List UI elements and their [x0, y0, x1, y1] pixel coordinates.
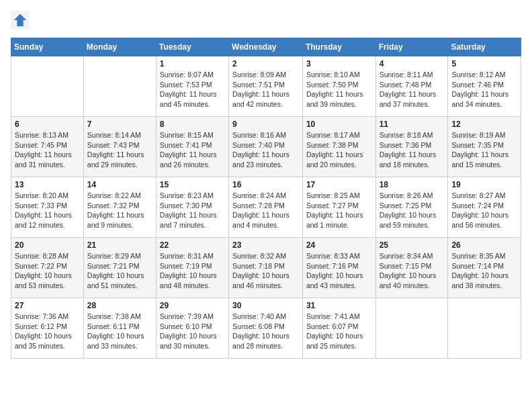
day-number: 6: [15, 120, 80, 129]
day-info: Sunrise: 8:09 AMSunset: 7:51 PMDaylight:…: [232, 70, 299, 109]
calendar-cell: 11Sunrise: 8:18 AMSunset: 7:36 PMDayligh…: [375, 117, 448, 177]
calendar-cell: 1Sunrise: 8:07 AMSunset: 7:53 PMDaylight…: [156, 56, 228, 117]
day-info: Sunrise: 8:07 AMSunset: 7:53 PMDaylight:…: [160, 70, 225, 109]
day-info: Sunrise: 8:32 AMSunset: 7:18 PMDaylight:…: [232, 251, 299, 291]
day-number: 16: [232, 180, 299, 189]
calendar-week-1: 1Sunrise: 8:07 AMSunset: 7:53 PMDaylight…: [11, 56, 521, 117]
day-info: Sunrise: 8:17 AMSunset: 7:38 PMDaylight:…: [306, 130, 372, 170]
calendar-week-4: 20Sunrise: 8:28 AMSunset: 7:22 PMDayligh…: [11, 238, 521, 298]
header-saturday: Saturday: [448, 38, 521, 56]
day-number: 10: [306, 120, 372, 129]
calendar-cell: [83, 56, 156, 117]
day-number: 30: [232, 301, 299, 310]
calendar-cell: 14Sunrise: 8:22 AMSunset: 7:32 PMDayligh…: [83, 177, 156, 238]
day-info: Sunrise: 7:41 AMSunset: 6:07 PMDaylight:…: [306, 312, 372, 351]
header-friday: Friday: [375, 38, 448, 56]
header-monday: Monday: [83, 38, 156, 56]
day-number: 12: [451, 120, 517, 129]
day-number: 1: [160, 59, 225, 68]
day-info: Sunrise: 8:25 AMSunset: 7:27 PMDaylight:…: [306, 191, 372, 230]
day-number: 27: [15, 301, 80, 310]
calendar-cell: 12Sunrise: 8:19 AMSunset: 7:35 PMDayligh…: [448, 117, 521, 177]
day-number: 21: [87, 240, 152, 250]
calendar-cell: 21Sunrise: 8:29 AMSunset: 7:21 PMDayligh…: [83, 238, 156, 298]
day-info: Sunrise: 7:40 AMSunset: 6:08 PMDaylight:…: [232, 312, 299, 351]
calendar-cell: 25Sunrise: 8:34 AMSunset: 7:15 PMDayligh…: [375, 238, 448, 298]
day-info: Sunrise: 8:23 AMSunset: 7:30 PMDaylight:…: [160, 191, 225, 230]
day-number: 15: [160, 180, 225, 189]
day-info: Sunrise: 8:22 AMSunset: 7:32 PMDaylight:…: [87, 191, 152, 230]
calendar-cell: 29Sunrise: 7:39 AMSunset: 6:10 PMDayligh…: [156, 298, 228, 359]
day-info: Sunrise: 8:31 AMSunset: 7:19 PMDaylight:…: [160, 251, 225, 291]
day-number: 3: [306, 59, 372, 68]
calendar-cell: 8Sunrise: 8:15 AMSunset: 7:41 PMDaylight…: [156, 117, 228, 177]
day-number: 14: [87, 180, 152, 189]
day-number: 4: [380, 59, 445, 68]
day-info: Sunrise: 8:16 AMSunset: 7:40 PMDaylight:…: [232, 130, 299, 170]
calendar-cell: 30Sunrise: 7:40 AMSunset: 6:08 PMDayligh…: [229, 298, 303, 359]
calendar-cell: 4Sunrise: 8:11 AMSunset: 7:48 PMDaylight…: [375, 56, 448, 117]
day-number: 11: [380, 120, 445, 129]
calendar-week-3: 13Sunrise: 8:20 AMSunset: 7:33 PMDayligh…: [11, 177, 521, 238]
day-info: Sunrise: 8:12 AMSunset: 7:46 PMDaylight:…: [451, 70, 517, 109]
day-number: 24: [306, 240, 372, 250]
day-info: Sunrise: 8:34 AMSunset: 7:15 PMDaylight:…: [380, 251, 445, 291]
calendar-cell: 31Sunrise: 7:41 AMSunset: 6:07 PMDayligh…: [302, 298, 375, 359]
day-info: Sunrise: 8:14 AMSunset: 7:43 PMDaylight:…: [87, 130, 152, 170]
day-number: 29: [160, 301, 225, 310]
day-number: 19: [451, 180, 517, 189]
day-info: Sunrise: 8:24 AMSunset: 7:28 PMDaylight:…: [232, 191, 299, 230]
calendar-cell: 17Sunrise: 8:25 AMSunset: 7:27 PMDayligh…: [302, 177, 375, 238]
calendar-cell: 9Sunrise: 8:16 AMSunset: 7:40 PMDaylight…: [229, 117, 303, 177]
day-info: Sunrise: 8:18 AMSunset: 7:36 PMDaylight:…: [380, 130, 445, 170]
calendar-cell: 5Sunrise: 8:12 AMSunset: 7:46 PMDaylight…: [448, 56, 521, 117]
day-number: 8: [160, 120, 225, 129]
day-info: Sunrise: 8:20 AMSunset: 7:33 PMDaylight:…: [15, 191, 80, 230]
calendar-cell: 24Sunrise: 8:33 AMSunset: 7:16 PMDayligh…: [302, 238, 375, 298]
day-number: 2: [232, 59, 299, 68]
day-number: 5: [451, 59, 517, 68]
day-info: Sunrise: 8:29 AMSunset: 7:21 PMDaylight:…: [87, 251, 152, 291]
calendar-cell: 20Sunrise: 8:28 AMSunset: 7:22 PMDayligh…: [11, 238, 84, 298]
day-number: 13: [15, 180, 80, 189]
day-number: 31: [306, 301, 372, 310]
calendar-cell: 2Sunrise: 8:09 AMSunset: 7:51 PMDaylight…: [229, 56, 303, 117]
day-number: 25: [380, 240, 445, 250]
day-info: Sunrise: 8:35 AMSunset: 7:14 PMDaylight:…: [451, 251, 517, 291]
calendar-cell: 3Sunrise: 8:10 AMSunset: 7:50 PMDaylight…: [302, 56, 375, 117]
day-number: 9: [232, 120, 299, 129]
day-info: Sunrise: 8:15 AMSunset: 7:41 PMDaylight:…: [160, 130, 225, 170]
calendar-cell: 23Sunrise: 8:32 AMSunset: 7:18 PMDayligh…: [229, 238, 303, 298]
calendar-cell: 19Sunrise: 8:27 AMSunset: 7:24 PMDayligh…: [448, 177, 521, 238]
day-number: 7: [87, 120, 152, 129]
calendar-cell: 26Sunrise: 8:35 AMSunset: 7:14 PMDayligh…: [448, 238, 521, 298]
calendar-cell: 15Sunrise: 8:23 AMSunset: 7:30 PMDayligh…: [156, 177, 228, 238]
day-number: 26: [451, 240, 517, 250]
calendar-cell: 6Sunrise: 8:13 AMSunset: 7:45 PMDaylight…: [11, 117, 84, 177]
calendar-cell: [375, 298, 448, 359]
calendar-week-2: 6Sunrise: 8:13 AMSunset: 7:45 PMDaylight…: [11, 117, 521, 177]
calendar-cell: 22Sunrise: 8:31 AMSunset: 7:19 PMDayligh…: [156, 238, 228, 298]
header-thursday: Thursday: [302, 38, 375, 56]
day-number: 23: [232, 240, 299, 250]
day-info: Sunrise: 8:10 AMSunset: 7:50 PMDaylight:…: [306, 70, 372, 109]
logo-icon: [11, 11, 30, 30]
calendar-cell: 18Sunrise: 8:26 AMSunset: 7:25 PMDayligh…: [375, 177, 448, 238]
day-info: Sunrise: 8:33 AMSunset: 7:16 PMDaylight:…: [306, 251, 372, 291]
day-info: Sunrise: 8:28 AMSunset: 7:22 PMDaylight:…: [15, 251, 80, 291]
calendar-cell: 13Sunrise: 8:20 AMSunset: 7:33 PMDayligh…: [11, 177, 84, 238]
calendar-table: SundayMondayTuesdayWednesdayThursdayFrid…: [11, 38, 521, 359]
page-header: [11, 11, 521, 30]
day-number: 28: [87, 301, 152, 310]
day-info: Sunrise: 7:38 AMSunset: 6:11 PMDaylight:…: [87, 312, 152, 351]
day-number: 18: [380, 180, 445, 189]
day-info: Sunrise: 8:13 AMSunset: 7:45 PMDaylight:…: [15, 130, 80, 170]
calendar-header-row: SundayMondayTuesdayWednesdayThursdayFrid…: [11, 38, 521, 56]
calendar-cell: [448, 298, 521, 359]
day-info: Sunrise: 7:36 AMSunset: 6:12 PMDaylight:…: [15, 312, 80, 351]
logo: [11, 11, 32, 30]
day-number: 17: [306, 180, 372, 189]
day-number: 20: [15, 240, 80, 250]
calendar-cell: 10Sunrise: 8:17 AMSunset: 7:38 PMDayligh…: [302, 117, 375, 177]
calendar-cell: [11, 56, 84, 117]
